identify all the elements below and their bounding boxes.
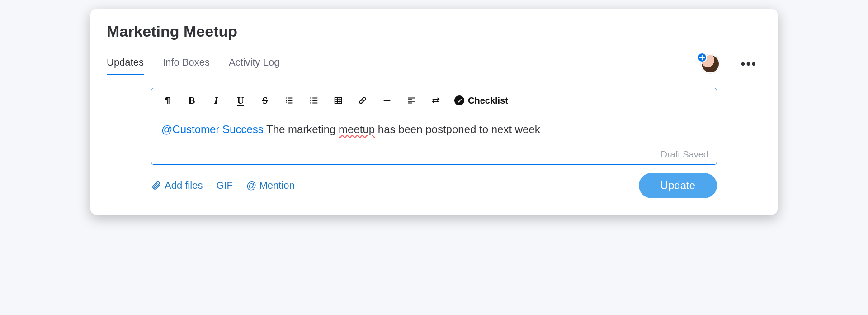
editor-box: B I U S <box>151 88 717 165</box>
underline-icon[interactable]: U <box>235 95 246 106</box>
checklist-label: Checklist <box>468 95 508 106</box>
checklist-icon <box>454 95 464 105</box>
tabrow-right: ••• <box>701 54 761 73</box>
mention-button[interactable]: @ Mention <box>246 180 295 191</box>
draft-status: Draft Saved <box>151 149 717 164</box>
editor-actions-row: Add files GIF @ Mention Update <box>151 165 717 198</box>
more-menu-icon[interactable]: ••• <box>738 57 760 70</box>
editor-actions-left: Add files GIF @ Mention <box>151 180 295 191</box>
gif-label: GIF <box>216 180 233 191</box>
add-files-label: Add files <box>165 180 203 191</box>
ordered-list-icon[interactable] <box>283 95 295 105</box>
unordered-list-icon[interactable] <box>308 95 320 105</box>
add-files-button[interactable]: Add files <box>151 180 203 191</box>
svg-point-0 <box>310 97 311 99</box>
mention-label: @ Mention <box>246 180 295 191</box>
editor-text-segment: The marketing <box>264 123 339 135</box>
editor-text-segment: has been postponed to next week <box>375 123 540 135</box>
svg-point-2 <box>310 102 311 104</box>
page-title: Marketing Meetup <box>107 23 761 40</box>
item-card: Marketing Meetup Updates Info Boxes Acti… <box>90 9 778 215</box>
editor-toolbar: B I U S <box>151 88 717 113</box>
add-subscriber-icon[interactable] <box>697 52 707 62</box>
align-icon[interactable] <box>406 95 417 105</box>
separator <box>729 56 729 72</box>
paragraph-icon[interactable] <box>161 95 173 105</box>
horizontal-rule-icon[interactable] <box>381 95 393 105</box>
svg-point-1 <box>310 100 311 101</box>
bold-icon[interactable]: B <box>186 95 198 106</box>
tab-activity-log[interactable]: Activity Log <box>229 53 280 75</box>
strikethrough-icon[interactable]: S <box>259 95 271 106</box>
checklist-button[interactable]: Checklist <box>454 95 508 106</box>
spellcheck-underline: meetup <box>339 123 375 135</box>
tabs: Updates Info Boxes Activity Log <box>107 53 279 75</box>
text-cursor <box>541 123 541 135</box>
table-icon[interactable] <box>332 95 344 105</box>
update-button[interactable]: Update <box>639 173 717 198</box>
editor-area: B I U S <box>107 75 761 198</box>
mention-token[interactable]: @Customer Success <box>161 123 264 135</box>
direction-toggle-icon[interactable] <box>430 95 442 105</box>
tab-row: Updates Info Boxes Activity Log ••• <box>107 53 761 75</box>
paperclip-icon <box>151 181 161 191</box>
subscriber-avatar[interactable] <box>701 54 720 73</box>
tab-info-boxes[interactable]: Info Boxes <box>163 53 210 75</box>
gif-button[interactable]: GIF <box>216 180 233 191</box>
tab-updates[interactable]: Updates <box>107 53 144 75</box>
svg-rect-3 <box>384 100 391 101</box>
italic-icon[interactable]: I <box>210 95 222 106</box>
link-icon[interactable] <box>357 95 368 105</box>
editor-textarea[interactable]: @Customer Success The marketing meetup h… <box>151 113 717 149</box>
